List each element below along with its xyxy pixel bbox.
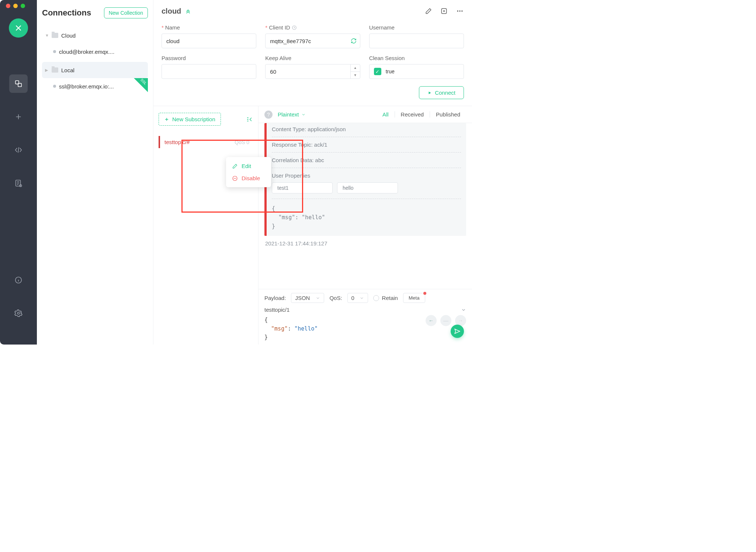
retain-label: Retain: [382, 295, 398, 301]
clientid-input[interactable]: [265, 34, 360, 48]
user-prop-key: test1: [272, 182, 333, 193]
password-input[interactable]: [162, 64, 256, 79]
subscription-topic: testtopic/#: [164, 139, 190, 145]
history-prev-icon[interactable]: ←: [426, 315, 437, 326]
tab-published[interactable]: Published: [430, 111, 466, 118]
username-input[interactable]: [369, 34, 464, 48]
subscription-qos: QoS 0: [235, 139, 249, 145]
svg-point-5: [17, 312, 20, 314]
publish-body[interactable]: { "msg": "hello" }: [264, 316, 318, 342]
keepalive-input[interactable]: [265, 64, 360, 79]
svg-point-9: [461, 10, 462, 11]
context-edit-label: Edit: [242, 163, 251, 169]
publish-bar: Payload: JSON QoS: 0 Retain Meta: [259, 289, 472, 345]
help-icon[interactable]: ?: [264, 111, 273, 119]
subscription-item[interactable]: testtopic/# QoS 0: [159, 136, 253, 148]
username-label: Username: [369, 24, 395, 31]
detail-header: cloud: [153, 0, 472, 22]
payload-label: Payload:: [264, 295, 286, 301]
nav-connections-icon[interactable]: [9, 74, 28, 93]
tab-all[interactable]: All: [377, 111, 395, 118]
connection-label: cloud@broker.emqx....: [59, 49, 114, 55]
msg-response-topic: Response Topic: ack/1: [272, 137, 461, 153]
meta-button[interactable]: Meta: [403, 293, 425, 303]
context-disable[interactable]: Disable: [226, 172, 271, 184]
connect-button[interactable]: Connect: [419, 86, 464, 99]
conn-cloud-broker[interactable]: cloud@broker.emqx....: [42, 43, 148, 60]
msg-content-type: Content Type: application/json: [272, 125, 461, 137]
window-traffic-lights: [6, 4, 25, 8]
message-tabs: All Received Published: [377, 111, 466, 118]
qos-value: 0: [351, 295, 354, 301]
payload-format-select[interactable]: JSON: [291, 293, 324, 303]
collapse-panel-icon[interactable]: [246, 116, 253, 123]
password-label: Password: [162, 55, 186, 61]
new-subscription-button[interactable]: New Subscription: [159, 113, 221, 126]
minimize-window[interactable]: [13, 4, 18, 8]
nav-script-icon[interactable]: [9, 141, 28, 159]
format-value: Plaintext: [278, 111, 299, 118]
name-label: Name: [165, 24, 180, 31]
collapse-chevrons-icon[interactable]: [185, 8, 191, 14]
folder-icon: [52, 33, 58, 38]
keepalive-stepper[interactable]: ▲▼: [350, 64, 360, 78]
group-label: Cloud: [61, 32, 76, 39]
new-collection-button[interactable]: New Collection: [104, 7, 148, 18]
tab-received[interactable]: Received: [395, 111, 430, 118]
maximize-window[interactable]: [21, 4, 25, 8]
qos-select[interactable]: 0: [347, 293, 368, 303]
send-button[interactable]: [451, 325, 464, 338]
nav-about-icon[interactable]: [9, 271, 28, 289]
nav-new-icon[interactable]: [9, 108, 28, 126]
json-value: "hello": [294, 325, 318, 332]
nav-rail: [0, 0, 37, 345]
clean-session-label: Clean Session: [369, 55, 405, 61]
more-icon[interactable]: [456, 7, 464, 15]
user-prop-value: hello: [337, 182, 398, 193]
edit-icon[interactable]: [425, 7, 432, 15]
sidebar-title: Connections: [42, 8, 91, 18]
group-cloud[interactable]: ▼ Cloud: [42, 27, 148, 43]
group-local[interactable]: ▶ Local: [42, 62, 148, 78]
msg-correlation: Correlation Data: abc: [272, 153, 461, 168]
context-disable-label: Disable: [242, 175, 260, 181]
close-window[interactable]: [6, 4, 10, 8]
subscriptions-panel: New Subscription testtopic/# QoS 0: [153, 106, 259, 345]
caret-right-icon: ▶: [45, 68, 49, 73]
subscription-context-menu: Edit Disable: [226, 157, 271, 187]
name-input[interactable]: [162, 34, 256, 48]
json-key: "msg": [271, 325, 288, 332]
user-properties-label: User Properties: [272, 172, 461, 179]
nav-log-icon[interactable]: [9, 174, 28, 192]
payload-format-value: JSON: [295, 295, 310, 301]
radio-icon: [373, 295, 379, 301]
context-edit[interactable]: Edit: [226, 160, 271, 172]
clientid-label: Client ID: [269, 24, 290, 31]
step-up-icon: ▲: [351, 64, 360, 72]
connection-label: ssl@broker.emqx.io:...: [59, 83, 114, 90]
new-subscription-label: New Subscription: [172, 116, 215, 122]
publish-topic[interactable]: testtopic/1: [264, 307, 289, 313]
svg-point-8: [459, 10, 460, 11]
chevron-down-icon[interactable]: [461, 307, 466, 312]
keepalive-label: Keep Alive: [265, 55, 291, 61]
connect-label: Connect: [435, 90, 455, 96]
new-window-icon[interactable]: [440, 7, 448, 15]
nav-settings-icon[interactable]: [9, 304, 28, 322]
clean-session-value: true: [386, 69, 395, 74]
message-card: Content Type: application/json Response …: [264, 123, 466, 236]
ssl-badge: SSL: [134, 78, 148, 92]
conn-ssl-broker[interactable]: ssl@broker.emqx.io:... SSL: [42, 78, 148, 94]
format-select[interactable]: Plaintext: [278, 111, 306, 118]
regenerate-icon[interactable]: [351, 38, 357, 44]
retain-toggle[interactable]: Retain: [373, 295, 398, 301]
connection-tree: ▼ Cloud cloud@broker.emqx.... ▶ Local ss…: [42, 27, 148, 94]
clock-icon: [292, 25, 297, 30]
clean-session-toggle[interactable]: ✓ true: [369, 64, 464, 79]
connection-form: *Name *Client ID Username Password: [153, 22, 472, 106]
messages-panel: ? Plaintext All Received Published Conte…: [259, 106, 472, 345]
svg-point-7: [457, 10, 458, 11]
check-icon: ✓: [374, 68, 381, 75]
connection-name: cloud: [162, 7, 181, 15]
status-dot-icon: [53, 85, 56, 88]
